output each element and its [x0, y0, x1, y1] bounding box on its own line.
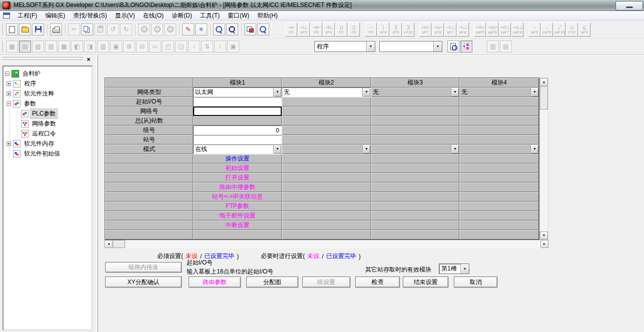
- chevron-down-icon[interactable]: ▼: [433, 42, 442, 52]
- chevron-down-icon[interactable]: ▼: [273, 88, 281, 96]
- redo-button[interactable]: ↻: [120, 24, 132, 36]
- check-button[interactable]: 检查: [355, 276, 400, 288]
- routing-parameter-button[interactable]: 路由参数: [189, 276, 241, 288]
- ladder-symbol-button[interactable]: ↓ caF5: [541, 22, 553, 36]
- router-relay-link[interactable]: 路由中继参数: [193, 182, 282, 192]
- email-setting-link[interactable]: 电子邮件设置: [193, 211, 282, 220]
- group-setting-button[interactable]: 组设置: [302, 276, 350, 288]
- data-name-combobox[interactable]: ▼: [379, 41, 442, 52]
- toolbar2-icon-button[interactable]: ▤: [19, 40, 31, 52]
- vertical-scrollbar[interactable]: ▲ ▼: [539, 78, 548, 240]
- open-project-button[interactable]: [19, 24, 31, 36]
- ladder-symbol-button[interactable]: ⊑ aF9: [578, 22, 590, 36]
- ladder-symbol-button[interactable]: ⊣↑⊥ aF7: [444, 22, 456, 36]
- menu-item[interactable]: 查找/替换(S): [69, 11, 111, 20]
- close-icon[interactable]: ×: [85, 56, 93, 64]
- toolbar2-icon-button[interactable]: ⊞: [123, 40, 135, 52]
- ladder-symbol-button[interactable]: ⊣⇑⊢ saF5: [474, 22, 486, 36]
- toolbar-grip[interactable]: [3, 40, 4, 52]
- zoom-in-button[interactable]: [213, 24, 225, 36]
- ladder-symbol-button[interactable]: ⊣↓⊢ sF8: [432, 22, 444, 36]
- network-type-module2-dropdown[interactable]: 无 ▼: [282, 88, 371, 97]
- chevron-down-icon[interactable]: ▼: [362, 88, 370, 96]
- collapse-icon[interactable]: −: [5, 72, 10, 76]
- ladder-symbol-button[interactable]: ⊣↑⊢ sF7: [419, 22, 431, 36]
- ladder-symbol-button[interactable]: [ ] F8: [348, 22, 360, 36]
- link-transfer-button[interactable]: 链路内传送: [105, 262, 182, 272]
- toolbar2-icon-button[interactable]: ▦: [6, 40, 18, 52]
- chevron-down-icon[interactable]: ▼: [451, 145, 459, 154]
- minimize-button[interactable]: [615, 1, 643, 10]
- horizontal-scroll-thumb[interactable]: [113, 240, 125, 248]
- operation-setting-link[interactable]: 操作设置: [193, 154, 282, 164]
- menu-item[interactable]: 工程(F): [14, 11, 41, 20]
- finish-setting-button[interactable]: 结束设置: [403, 276, 448, 288]
- toolbar2-icon-button[interactable]: ▥: [97, 40, 109, 52]
- tree-item-device-init[interactable]: 软元件初始值: [4, 148, 92, 158]
- scroll-left-icon[interactable]: ◄: [105, 240, 113, 248]
- ladder-symbol-button[interactable]: ⊣⊢ F5: [285, 22, 297, 36]
- ladder-symbol-button[interactable]: ↑ aF5: [528, 22, 540, 36]
- transfer-setup-button[interactable]: [244, 24, 256, 36]
- open-setting-link[interactable]: 打开设置: [193, 173, 282, 182]
- menu-item[interactable]: 在线(O): [139, 11, 168, 20]
- chevron-down-icon[interactable]: ▼: [273, 145, 281, 154]
- menu-item[interactable]: 显示(V): [111, 11, 139, 20]
- toolbar-grip[interactable]: [3, 24, 4, 36]
- ladder-symbol-button[interactable]: ╳ cF9: [390, 22, 402, 36]
- mode-module4-dropdown[interactable]: ▼: [459, 144, 539, 154]
- toolbar2-icon-button[interactable]: ▣: [227, 40, 239, 52]
- statement-display-button[interactable]: ▤: [500, 40, 512, 52]
- ladder-symbol-button[interactable]: ╱ caF10: [553, 22, 565, 36]
- toolbar2-icon-button[interactable]: ⇅: [201, 40, 213, 52]
- toolbar2-icon-button[interactable]: ▭: [149, 40, 161, 52]
- tree-item-project-root[interactable]: − 合料炉: [4, 68, 92, 78]
- tree-item-network-parameter[interactable]: 网络参数: [4, 118, 92, 128]
- ladder-symbol-button[interactable]: │ sF9: [377, 22, 389, 36]
- network-no-module1-input-focused[interactable]: [193, 106, 282, 116]
- assignment-image-button[interactable]: 分配图: [246, 276, 298, 288]
- chevron-down-icon[interactable]: ▼: [366, 42, 375, 52]
- tree-item-device-comment[interactable]: + 软元件注释: [4, 88, 92, 98]
- mode-module3-dropdown[interactable]: ▼: [371, 144, 459, 154]
- toolbar2-icon-button[interactable]: ↕: [188, 40, 200, 52]
- ftp-parameter-link[interactable]: FTP参数: [193, 202, 282, 211]
- scroll-right-icon[interactable]: ►: [540, 240, 548, 248]
- tree-item-remote-password[interactable]: 远程口令: [4, 128, 92, 138]
- ladder-symbol-button[interactable]: ( ) F7: [335, 22, 347, 36]
- toolbar2-icon-button[interactable]: ▧: [32, 40, 44, 52]
- monitor-mode-button[interactable]: ✳: [195, 24, 207, 36]
- new-project-button[interactable]: [6, 24, 18, 36]
- project-data-list-button[interactable]: [447, 40, 459, 52]
- toolbar2-icon-button[interactable]: ▣: [110, 40, 122, 52]
- comment-display-button[interactable]: ▥: [487, 40, 499, 52]
- chevron-down-icon[interactable]: ▼: [460, 264, 469, 274]
- menu-item[interactable]: 工具(T): [196, 11, 224, 20]
- collapse-icon[interactable]: −: [7, 102, 11, 106]
- cancel-button[interactable]: 取消: [454, 276, 497, 288]
- find-contact-button[interactable]: [164, 24, 176, 36]
- station-ip-link[interactable]: 站号<->IP关联信息: [193, 192, 282, 202]
- network-type-module4-dropdown[interactable]: 无 ▼: [459, 88, 539, 97]
- initial-setting-link[interactable]: 初始设置: [193, 164, 282, 173]
- scroll-down-icon[interactable]: ▼: [540, 232, 548, 240]
- ladder-symbol-button[interactable]: ⊣/⊢ F6: [310, 22, 322, 36]
- panel-drag-grip[interactable]: [2, 57, 83, 62]
- tree-item-plc-parameter[interactable]: PLC参数: [4, 108, 92, 118]
- tree-item-device-memory[interactable]: + 软元件内存: [4, 138, 92, 148]
- chevron-down-icon[interactable]: ▼: [530, 88, 538, 96]
- mode-module2-dropdown[interactable]: ▼: [282, 144, 371, 154]
- menu-item[interactable]: 窗口(W): [224, 11, 253, 20]
- chevron-down-icon[interactable]: ▼: [530, 145, 538, 154]
- ladder-symbol-button[interactable]: ⊣⇓⊥ saF8: [511, 22, 523, 36]
- menu-item[interactable]: 编辑(E): [41, 11, 69, 20]
- undo-button[interactable]: ↺: [107, 24, 119, 36]
- find-instruction-button[interactable]: [151, 24, 163, 36]
- ladder-symbol-button[interactable]: ⊣⇑⊥ saF7: [499, 22, 511, 36]
- scroll-up-icon[interactable]: ▲: [540, 78, 548, 86]
- interrupt-setting-link[interactable]: 中断设置: [193, 220, 282, 230]
- toolbar2-icon-button[interactable]: ▩: [58, 40, 70, 52]
- toolbar2-icon-button[interactable]: ↕: [214, 40, 226, 52]
- copy-button[interactable]: [81, 24, 93, 36]
- start-io-module1-input[interactable]: [193, 97, 282, 106]
